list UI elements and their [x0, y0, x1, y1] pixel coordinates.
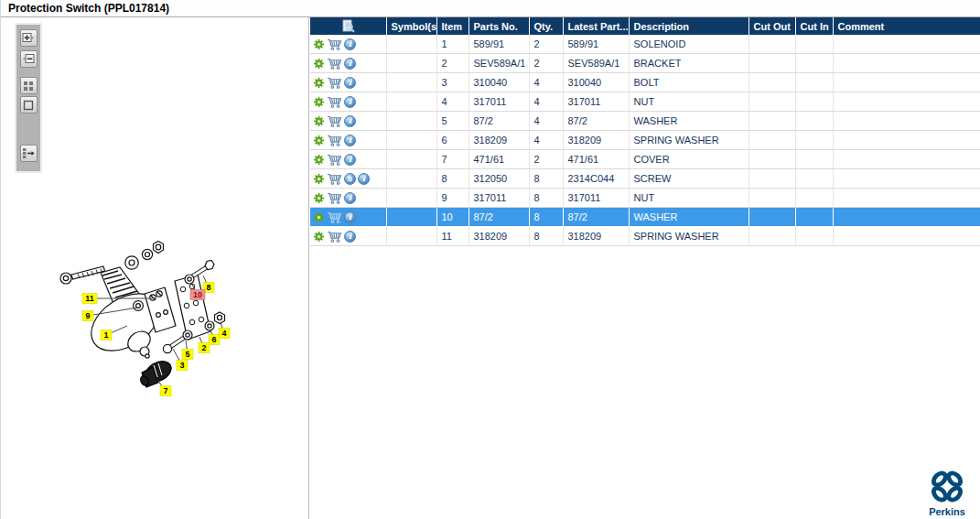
table-row[interactable]: i93170118317011NUT [310, 189, 980, 208]
table-row[interactable]: i113182098318209SPRING WASHER [310, 227, 980, 246]
cell-parts-no: 317011 [468, 92, 529, 112]
table-row[interactable]: i587/2487/2WASHER [310, 112, 980, 131]
diagram-callout-4[interactable]: 4 [219, 322, 230, 339]
table-row[interactable]: i33100404310040BOLT [310, 73, 980, 92]
column-header-actions[interactable] [310, 17, 386, 35]
part-options-icon[interactable] [313, 38, 325, 50]
svg-text:5: 5 [185, 350, 189, 359]
table-row[interactable]: i1589/912589/91SOLENOID [310, 35, 980, 54]
svg-text:11: 11 [85, 294, 94, 303]
add-to-cart-icon[interactable] [327, 135, 342, 146]
info-icon[interactable]: i [344, 38, 356, 50]
row-actions: i [310, 208, 386, 227]
part-options-icon[interactable] [313, 115, 325, 127]
info-icon[interactable]: i [344, 115, 356, 127]
cell-description: WASHER [629, 208, 748, 227]
cell-item: 2 [436, 54, 468, 73]
part-options-icon[interactable] [313, 58, 325, 70]
table-row[interactable]: i43170114317011NUT [310, 92, 980, 112]
column-header-comment[interactable]: Comment [833, 17, 980, 35]
cell-qty: 4 [529, 92, 563, 112]
row-actions: i [310, 73, 386, 92]
table-row[interactable]: i7471/612471/61COVER [310, 150, 980, 169]
perkins-rings-icon [930, 491, 964, 506]
cell-comment [833, 169, 980, 189]
column-header-description[interactable]: Description [629, 17, 748, 35]
exploded-parts-diagram[interactable]: 1191810462537 [1, 16, 308, 519]
cell-item: 7 [436, 150, 468, 169]
cell-description: SPRING WASHER [629, 131, 748, 150]
add-to-cart-icon[interactable] [327, 38, 342, 50]
cell-description: BRACKET [629, 54, 748, 73]
info-icon[interactable]: i [344, 77, 356, 89]
cell-comment [833, 92, 980, 112]
column-header-latest-part[interactable]: Latest Part... [563, 17, 629, 35]
info-icon[interactable]: i [344, 211, 356, 223]
cell-qty: 2 [529, 54, 563, 73]
part-options-icon[interactable] [313, 173, 325, 185]
table-row[interactable]: Si831205082314C044SCREW [310, 169, 980, 189]
info-icon[interactable]: i [344, 154, 356, 166]
table-header-row: Symbol(s) Item Parts No. Qty. Latest Par… [310, 17, 980, 35]
cell-cut-out [748, 208, 795, 227]
svg-text:3: 3 [179, 361, 184, 370]
column-header-symbols[interactable]: Symbol(s) [386, 17, 436, 35]
add-to-cart-icon[interactable] [327, 192, 342, 204]
cell-qty: 4 [529, 73, 563, 92]
panel-divider [308, 16, 309, 519]
parts-table-panel: Symbol(s) Item Parts No. Qty. Latest Par… [310, 17, 980, 246]
part-options-icon[interactable] [313, 192, 325, 204]
cell-parts-no: 318209 [468, 131, 529, 150]
cell-description: SOLENOID [629, 35, 748, 54]
add-to-cart-icon[interactable] [327, 173, 342, 185]
diagram-callout-7[interactable]: 7 [157, 380, 171, 396]
cell-qty: 8 [529, 189, 563, 208]
cell-latest-part: 87/2 [563, 112, 629, 131]
info-icon[interactable]: i [358, 173, 370, 185]
part-options-icon[interactable] [313, 154, 325, 166]
info-icon[interactable]: i [344, 135, 356, 146]
add-to-cart-icon[interactable] [327, 231, 342, 243]
table-row[interactable]: i1087/2887/2WASHER [310, 208, 980, 227]
part-options-icon[interactable] [313, 77, 325, 89]
table-row[interactable]: i2SEV589A/12SEV589A/1BRACKET [310, 54, 980, 73]
info-icon[interactable]: i [344, 96, 356, 108]
add-to-cart-icon[interactable] [327, 58, 342, 70]
cell-description: COVER [629, 150, 748, 169]
info-icon[interactable]: i [344, 58, 356, 70]
svg-text:2: 2 [201, 343, 206, 352]
cell-parts-no: 318209 [468, 227, 529, 246]
part-options-icon[interactable] [313, 211, 325, 223]
column-header-item[interactable]: Item [436, 17, 468, 35]
cell-latest-part: 589/91 [563, 35, 629, 54]
column-header-cut-in[interactable]: Cut In [795, 17, 833, 35]
cell-symbols [386, 35, 436, 54]
cell-description: SCREW [629, 169, 748, 189]
cell-latest-part: SEV589A/1 [563, 54, 629, 73]
cell-parts-no: 87/2 [468, 112, 529, 131]
column-header-cut-out[interactable]: Cut Out [748, 17, 795, 35]
cell-cut-out [748, 150, 795, 169]
info-icon[interactable]: i [344, 231, 356, 243]
cell-symbols [386, 169, 436, 189]
cell-latest-part: 2314C044 [563, 169, 629, 189]
column-header-qty[interactable]: Qty. [529, 17, 563, 35]
table-row[interactable]: i63182094318209SPRING WASHER [310, 131, 980, 150]
cell-symbols [386, 131, 436, 150]
add-to-cart-icon[interactable] [327, 211, 342, 223]
part-options-icon[interactable] [313, 135, 325, 146]
diagram-callout-5[interactable]: 5 [182, 341, 193, 360]
diagram-callout-2[interactable]: 2 [199, 337, 210, 353]
info-icon[interactable]: i [344, 192, 356, 204]
add-to-cart-icon[interactable] [327, 154, 342, 166]
add-to-cart-icon[interactable] [327, 96, 342, 108]
part-options-icon[interactable] [313, 231, 325, 243]
substitute-badge-icon[interactable]: S [344, 173, 356, 185]
part-options-icon[interactable] [313, 96, 325, 108]
add-to-cart-icon[interactable] [327, 115, 342, 127]
cell-cut-in [795, 150, 833, 169]
add-to-cart-icon[interactable] [327, 77, 342, 89]
cell-item: 9 [436, 189, 468, 208]
cell-item: 6 [436, 131, 468, 150]
column-header-parts-no[interactable]: Parts No. [468, 17, 529, 35]
